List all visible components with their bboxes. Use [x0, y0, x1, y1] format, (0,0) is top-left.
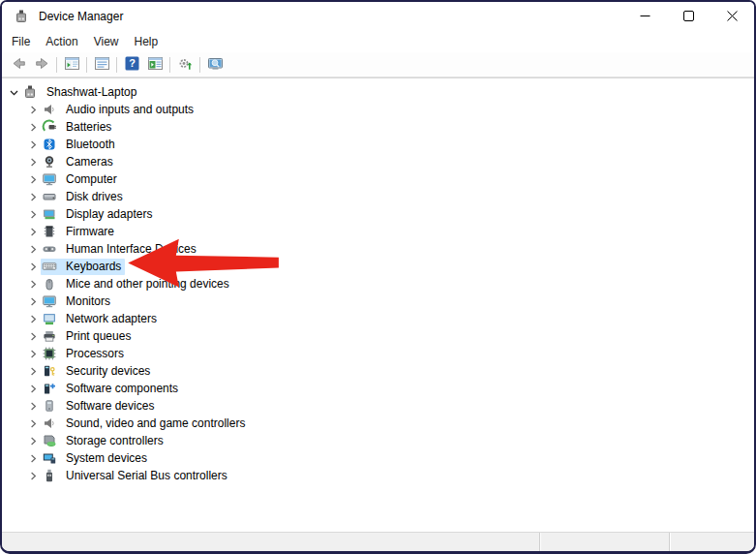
- network-card-icon: [42, 311, 57, 326]
- chevron-right-icon[interactable]: [25, 102, 41, 117]
- window-title: Device Manager: [39, 10, 123, 23]
- tree-item-content: Audio inputs and outputs: [41, 102, 197, 118]
- chevron-right-icon[interactable]: [25, 328, 41, 344]
- tree-item-universal-serial-bus-controllers[interactable]: Universal Serial Bus controllers: [2, 467, 754, 484]
- monitor-icon: [42, 293, 57, 309]
- monitor-magnifier-icon: [207, 55, 224, 75]
- tree-item-label: Human Interface Devices: [66, 242, 197, 256]
- tree-item-print-queues[interactable]: Print queues: [2, 327, 754, 345]
- properties-window-button[interactable]: [90, 54, 113, 76]
- tree-item-human-interface-devices[interactable]: Human Interface Devices: [2, 240, 754, 258]
- tree-item-mice-and-other-pointing-devices[interactable]: Mice and other pointing devices: [2, 275, 754, 292]
- tree-item-firmware[interactable]: Firmware: [2, 223, 754, 240]
- statusbar-section: [2, 533, 540, 551]
- toolbar-separator: [199, 57, 200, 73]
- chevron-right-icon[interactable]: [25, 311, 41, 326]
- tree-item-system-devices[interactable]: System devices: [2, 449, 754, 467]
- tree-item-content: Network adapters: [41, 311, 161, 327]
- tree-item-label: Software devices: [66, 399, 154, 413]
- menu-view[interactable]: View: [86, 32, 127, 51]
- tree-item-storage-controllers[interactable]: Storage controllers: [2, 432, 754, 449]
- chevron-right-icon[interactable]: [25, 398, 41, 414]
- chevron-right-icon[interactable]: [25, 363, 41, 379]
- toolbar-separator: [86, 57, 87, 73]
- chevron-right-icon[interactable]: [25, 468, 41, 483]
- tree-item-audio-inputs-and-outputs[interactable]: Audio inputs and outputs: [2, 101, 754, 118]
- tree-item-label: Cameras: [66, 155, 113, 169]
- help-question-button[interactable]: ?: [120, 54, 143, 76]
- tree-item-bluetooth[interactable]: Bluetooth: [2, 136, 754, 153]
- chevron-right-icon[interactable]: [25, 189, 41, 204]
- chevron-right-icon[interactable]: [25, 259, 41, 274]
- console-tree-window-button[interactable]: [60, 54, 83, 76]
- tree-item-content: Cameras: [41, 154, 117, 170]
- chevron-right-icon[interactable]: [25, 206, 41, 222]
- tree-item-label: Audio inputs and outputs: [66, 103, 194, 116]
- tree-item-content: Batteries: [41, 119, 115, 136]
- battery-plug-icon: [42, 119, 57, 135]
- tree-item-computer[interactable]: Computer: [2, 170, 754, 188]
- chevron-right-icon[interactable]: [25, 119, 41, 135]
- chevron-right-icon[interactable]: [25, 346, 41, 361]
- minimize-button[interactable]: [623, 2, 667, 31]
- monitor-icon: [42, 171, 57, 187]
- tree-item-content: Security devices: [41, 363, 154, 380]
- chevron-right-icon[interactable]: [25, 416, 41, 431]
- maximize-icon: [683, 10, 694, 24]
- tree-item-sound-video-and-game-controllers[interactable]: Sound, video and game controllers: [2, 415, 754, 432]
- chevron-down-icon[interactable]: [6, 84, 21, 100]
- keyboard-icon: [42, 259, 57, 274]
- forward-arrow-button[interactable]: [30, 54, 53, 76]
- chevron-right-icon[interactable]: [25, 241, 41, 257]
- tree-item-cameras[interactable]: Cameras: [2, 153, 754, 170]
- toolbar-separator: [169, 57, 170, 73]
- chevron-right-icon[interactable]: [25, 433, 41, 448]
- close-button[interactable]: [711, 2, 754, 31]
- tree-item-label: Software components: [66, 382, 178, 395]
- tree-item-shashwat-laptop[interactable]: Shashwat-Laptop: [2, 83, 754, 101]
- gamepad-icon: [42, 241, 57, 257]
- tree-item-content: Disk drives: [41, 189, 127, 205]
- tree-item-label: Shashwat-Laptop: [46, 85, 136, 99]
- chevron-right-icon[interactable]: [25, 450, 41, 466]
- window-play-button[interactable]: [143, 54, 166, 76]
- speaker-icon: [42, 416, 57, 431]
- toolbar-separator: [116, 57, 117, 73]
- tree-item-content: Human Interface Devices: [41, 241, 200, 258]
- menu-help[interactable]: Help: [127, 32, 166, 51]
- tree-item-label: Disk drives: [66, 190, 123, 203]
- chevron-right-icon[interactable]: [25, 276, 41, 292]
- back-arrow-button[interactable]: [7, 54, 30, 76]
- menu-file[interactable]: File: [4, 32, 38, 51]
- tree-item-software-devices[interactable]: Software devices: [2, 397, 754, 415]
- help-question-icon: ?: [124, 55, 140, 75]
- tree-item-monitors[interactable]: Monitors: [2, 292, 754, 310]
- menu-action[interactable]: Action: [38, 32, 85, 51]
- gear-green-arrow-button[interactable]: [173, 54, 197, 76]
- minimize-icon: [640, 10, 650, 24]
- maximize-button[interactable]: [667, 2, 711, 31]
- tree-item-display-adapters[interactable]: Display adapters: [2, 205, 754, 223]
- chevron-right-icon[interactable]: [25, 137, 41, 152]
- chevron-right-icon[interactable]: [25, 171, 41, 187]
- usb-plug-icon: [42, 468, 57, 483]
- chevron-right-icon[interactable]: [25, 381, 41, 396]
- tree-item-batteries[interactable]: Batteries: [2, 118, 754, 136]
- tree-item-keyboards[interactable]: Keyboards: [2, 258, 754, 275]
- tree-item-security-devices[interactable]: Security devices: [2, 362, 754, 380]
- tree-item-label: Batteries: [66, 120, 111, 134]
- chevron-right-icon[interactable]: [25, 224, 41, 239]
- properties-window-icon: [94, 55, 110, 75]
- tree-item-disk-drives[interactable]: Disk drives: [2, 188, 754, 205]
- tree-item-content: Software components: [41, 381, 182, 397]
- tree-item-processors[interactable]: Processors: [2, 345, 754, 362]
- chevron-right-icon[interactable]: [25, 154, 41, 169]
- chevron-right-icon[interactable]: [25, 293, 41, 309]
- monitor-magnifier-button[interactable]: [203, 54, 227, 76]
- webcam-icon: [42, 154, 57, 169]
- speaker-icon: [42, 102, 57, 117]
- tree-item-software-components[interactable]: Software components: [2, 380, 754, 397]
- tree-item-network-adapters[interactable]: Network adapters: [2, 310, 754, 327]
- tree-item-label: Keyboards: [66, 260, 121, 273]
- toolbar-separator: [56, 57, 57, 73]
